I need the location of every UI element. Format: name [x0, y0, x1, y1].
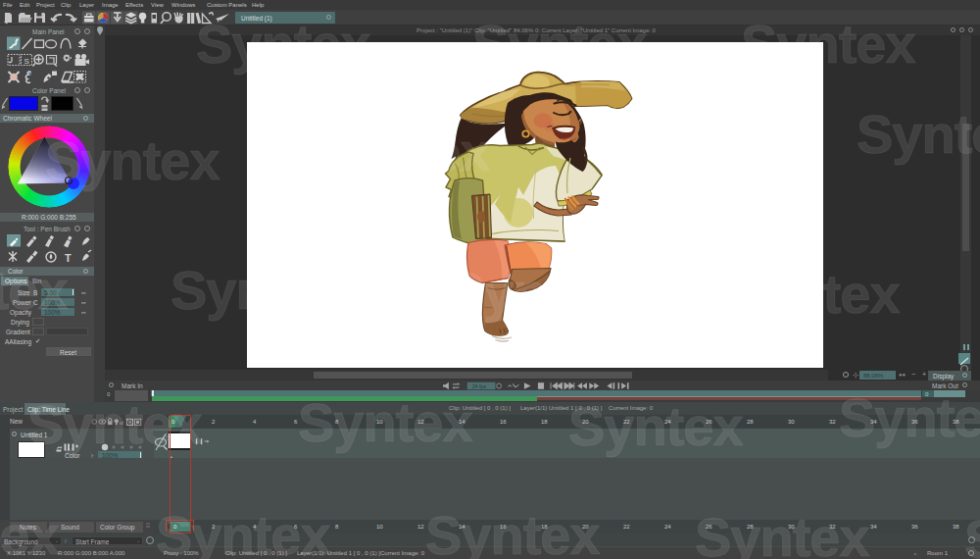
svg-text:α: α	[120, 419, 123, 427]
svg-text:S: S	[24, 57, 29, 66]
svg-text:T: T	[65, 252, 72, 264]
svg-text:24 fps: 24 fps	[472, 383, 487, 389]
